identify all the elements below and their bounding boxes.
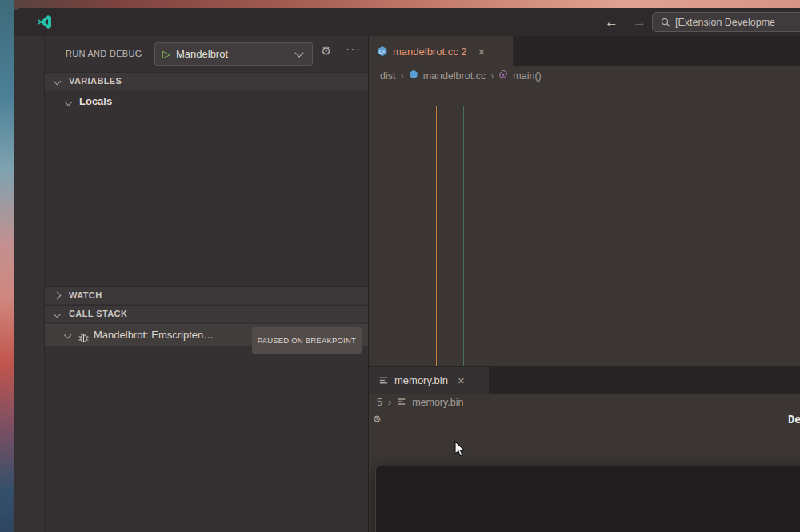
launch-config-dropdown[interactable]: ▷ Mandelbrot xyxy=(154,42,313,66)
indent-guide xyxy=(463,106,464,366)
editor-area: C+ mandelbrot.cc 2 × dist › mandelbrot.c… xyxy=(368,36,800,532)
vscode-logo-icon xyxy=(36,14,53,30)
gear-icon[interactable]: ⚙ xyxy=(374,412,380,425)
chevron-down-icon xyxy=(54,78,62,86)
bug-icon xyxy=(78,329,90,350)
data-inspector-popup xyxy=(375,466,800,532)
back-icon[interactable]: ← xyxy=(605,14,618,30)
call-stack-section-header[interactable]: CALL STACK xyxy=(45,305,368,322)
breadcrumb: dist › mandelbrot.cc › main() xyxy=(369,66,800,85)
cpp-file-icon: C+ xyxy=(377,46,388,57)
breadcrumb-offset[interactable]: 5 xyxy=(377,397,382,408)
chevron-right-icon: › xyxy=(400,70,403,82)
hex-file-icon xyxy=(378,375,389,386)
chevron-right-icon: › xyxy=(388,397,391,408)
title-bar: ← → [Extension Developme xyxy=(14,8,800,36)
svg-text:+: + xyxy=(382,49,385,54)
vscode-window: ← → [Extension Developme RUN AND DEBUG ▷… xyxy=(14,8,800,532)
chevron-right-icon xyxy=(54,292,62,300)
workbench: RUN AND DEBUG ▷ Mandelbrot ⚙ ··· VARIABL… xyxy=(14,36,800,532)
decoded-text-header: Decoded Text xyxy=(788,413,800,426)
watch-section-header[interactable]: WATCH xyxy=(45,286,368,304)
chevron-right-icon: › xyxy=(490,70,494,82)
hex-column-headers: ⚙ Decoded Text xyxy=(369,413,800,430)
search-box-text: [Extension Developme xyxy=(675,17,775,28)
start-debug-icon[interactable]: ▷ xyxy=(162,48,170,60)
configure-gear-icon[interactable]: ⚙ xyxy=(321,44,331,58)
tab-label: mandelbrot.cc 2 xyxy=(393,46,467,58)
scope-row-locals[interactable]: Locals xyxy=(45,92,368,111)
tab-mandelbrot-cc[interactable]: C+ mandelbrot.cc 2 × xyxy=(369,36,513,66)
tab-memory-bin[interactable]: memory.bin × xyxy=(369,367,489,394)
desktop-wallpaper-left xyxy=(0,0,14,532)
run-and-debug-sidebar: RUN AND DEBUG ▷ Mandelbrot ⚙ ··· VARIABL… xyxy=(45,36,368,532)
command-search-input[interactable]: [Extension Developme xyxy=(652,12,800,32)
symbol-cube-icon xyxy=(498,70,508,82)
chevron-down-icon xyxy=(54,310,62,318)
tab-label: memory.bin xyxy=(394,374,448,386)
code-editor[interactable] xyxy=(369,85,800,366)
chevron-down-icon xyxy=(65,98,73,106)
more-actions-button[interactable]: ··· xyxy=(346,42,361,57)
hex-file-icon xyxy=(397,397,406,409)
cpp-file-icon xyxy=(409,70,418,82)
panel-tab-bar: memory.bin × xyxy=(369,366,800,394)
chevron-down-icon xyxy=(294,48,303,57)
session-name: Mandelbrot: Emscripten… xyxy=(94,324,238,346)
forward-icon[interactable]: → xyxy=(633,14,646,30)
debug-session-row[interactable]: Mandelbrot: Emscripten… PAUSED ON BREAKP… xyxy=(45,324,368,346)
indent-guide-active xyxy=(436,106,437,366)
search-icon xyxy=(661,18,670,27)
breadcrumb-file[interactable]: mandelbrot.cc xyxy=(423,70,486,82)
launch-config-name: Mandelbrot xyxy=(176,48,296,60)
panel-breadcrumb: 5 › memory.bin xyxy=(369,394,800,411)
paused-status-badge: PAUSED ON BREAKPOINT xyxy=(252,327,362,354)
indent-guide xyxy=(450,106,450,366)
close-icon[interactable]: × xyxy=(458,374,465,387)
chevron-down-icon xyxy=(64,331,72,339)
breadcrumb-file[interactable]: memory.bin xyxy=(412,397,463,408)
mouse-cursor xyxy=(452,441,470,462)
sidebar-title: RUN AND DEBUG xyxy=(66,49,142,58)
editor-tab-bar: C+ mandelbrot.cc 2 × xyxy=(369,36,800,66)
close-icon[interactable]: × xyxy=(478,45,486,58)
history-nav: ← → xyxy=(605,8,646,36)
breadcrumb-symbol[interactable]: main() xyxy=(513,70,541,82)
variables-section-header[interactable]: VARIABLES xyxy=(45,72,368,90)
activity-bar xyxy=(14,36,45,532)
breadcrumb-dist[interactable]: dist xyxy=(380,70,395,82)
